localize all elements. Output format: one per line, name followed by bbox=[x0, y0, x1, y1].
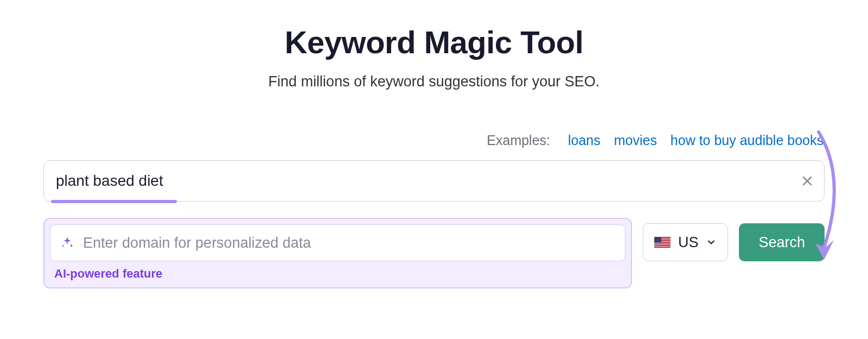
ai-feature-label: AI-powered feature bbox=[54, 267, 626, 281]
domain-input[interactable] bbox=[83, 235, 615, 252]
chevron-down-icon bbox=[706, 237, 717, 248]
main-container: Keyword Magic Tool Find millions of keyw… bbox=[43, 0, 825, 288]
country-code: US bbox=[678, 234, 699, 251]
example-link-audible[interactable]: how to buy audible books bbox=[671, 133, 824, 148]
domain-card: AI-powered feature bbox=[43, 218, 632, 288]
page-title: Keyword Magic Tool bbox=[43, 24, 825, 60]
clear-icon[interactable] bbox=[801, 174, 814, 187]
search-button[interactable]: Search bbox=[739, 223, 825, 261]
page-subtitle: Find millions of keyword suggestions for… bbox=[43, 73, 825, 90]
controls-row: AI-powered feature US Search bbox=[43, 218, 825, 288]
examples-row: Examples: loans movies how to buy audibl… bbox=[43, 133, 825, 148]
country-select[interactable]: US bbox=[643, 223, 729, 261]
domain-input-wrap bbox=[50, 224, 626, 261]
keyword-underline-accent bbox=[51, 200, 177, 203]
examples-label: Examples: bbox=[487, 133, 550, 148]
keyword-input-wrap bbox=[43, 160, 825, 202]
example-link-loans[interactable]: loans bbox=[568, 133, 601, 148]
sparkle-icon bbox=[60, 236, 74, 250]
keyword-input[interactable] bbox=[43, 160, 825, 202]
example-link-movies[interactable]: movies bbox=[614, 133, 657, 148]
flag-us-icon bbox=[654, 237, 671, 248]
